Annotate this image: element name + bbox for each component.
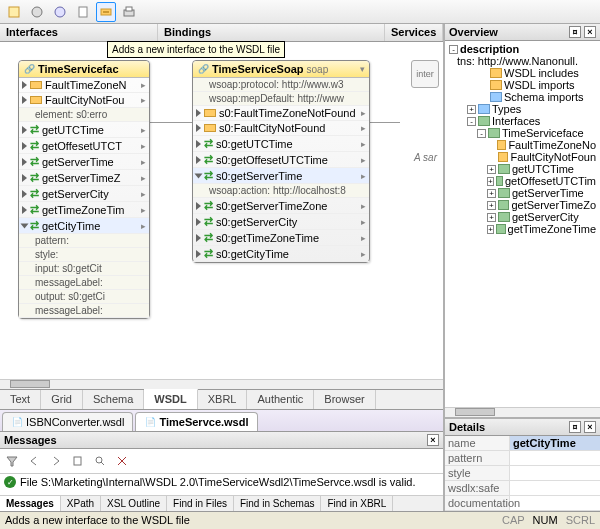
detail-row[interactable]: wsdlx:safe (445, 481, 600, 496)
chevron-icon[interactable]: ▸ (141, 125, 146, 135)
msgtab-4[interactable]: Find in Schemas (234, 496, 321, 511)
tree-item[interactable]: +getServerTimeZo (447, 199, 598, 211)
tb-btn-3[interactable] (50, 2, 70, 22)
expand-icon[interactable] (22, 126, 27, 134)
expand-icon[interactable]: - (467, 117, 476, 126)
expand-icon[interactable] (196, 218, 201, 226)
tree-item[interactable]: WSDL imports (447, 79, 598, 91)
tree-tns[interactable]: tns: http://www.Nanonull. (447, 55, 598, 67)
detail-row[interactable]: namegetCityTime (445, 436, 600, 451)
tb-btn-2[interactable] (27, 2, 47, 22)
expand-icon[interactable] (196, 202, 201, 210)
expand-icon[interactable] (22, 206, 27, 214)
details-grid[interactable]: namegetCityTimepatternstylewsdlx:safedoc… (445, 436, 600, 511)
binding-shape[interactable]: 🔗 TimeServiceSoap soap ▾ wsoap:protocol:… (192, 60, 370, 263)
interface-row[interactable]: ⇄ getServerCity ▸ (19, 186, 149, 202)
tree-item[interactable]: FaultCityNotFoun (447, 151, 598, 163)
viewtab-xbrl[interactable]: XBRL (198, 390, 248, 409)
close-icon[interactable]: × (427, 434, 439, 446)
expand-icon[interactable] (22, 81, 27, 89)
add-interface-button[interactable] (96, 2, 116, 22)
binding-row[interactable]: ⇄ s0:getServerTimeZone ▸ (193, 198, 369, 214)
binding-row[interactable]: s0:FaultTimeZoneNotFound ▸ (193, 106, 369, 121)
binding-row[interactable]: ⇄ s0:getUTCTime ▸ (193, 136, 369, 152)
viewtab-authentic[interactable]: Authentic (247, 390, 314, 409)
msgtab-1[interactable]: XPath (61, 496, 101, 511)
tree-item[interactable]: FaultTimeZoneNo (447, 139, 598, 151)
col-bindings[interactable]: Bindings (158, 24, 385, 41)
expand-icon[interactable] (196, 250, 201, 258)
msg-tb-6[interactable] (112, 451, 132, 471)
tree-item[interactable]: Schema imports (447, 91, 598, 103)
expand-icon[interactable] (196, 156, 201, 164)
detail-row[interactable]: pattern (445, 451, 600, 466)
viewtab-text[interactable]: Text (0, 390, 41, 409)
chevron-icon[interactable]: ▸ (141, 221, 146, 231)
viewtab-wsdl[interactable]: WSDL (144, 389, 197, 409)
viewtab-browser[interactable]: Browser (314, 390, 375, 409)
chevron-icon[interactable]: ▸ (141, 157, 146, 167)
chevron-icon[interactable]: ▸ (361, 249, 366, 259)
pin-icon[interactable]: ¤ (569, 421, 581, 433)
tree-root[interactable]: - description (447, 43, 598, 55)
detail-value[interactable] (510, 466, 600, 480)
msg-tb-2[interactable] (24, 451, 44, 471)
detail-value[interactable] (510, 496, 600, 510)
interface-shape[interactable]: 🔗 TimeServicefac FaultTimeZoneN ▸ FaultC… (18, 60, 150, 319)
expand-icon[interactable] (196, 109, 201, 117)
chevron-icon[interactable]: ▸ (361, 155, 366, 165)
overview-tree[interactable]: - description tns: http://www.Nanonull. … (445, 41, 600, 407)
h-scrollbar[interactable] (0, 379, 443, 389)
expand-icon[interactable] (22, 190, 27, 198)
binding-row[interactable]: ⇄ s0:getOffesetUTCTime ▸ (193, 152, 369, 168)
interface-row[interactable]: FaultCityNotFou ▸ (19, 93, 149, 108)
close-icon[interactable]: × (584, 26, 596, 38)
chevron-icon[interactable]: ▸ (141, 95, 146, 105)
expand-icon[interactable] (22, 158, 27, 166)
expand-icon[interactable] (22, 96, 27, 104)
expand-icon[interactable] (196, 124, 201, 132)
chevron-icon[interactable]: ▸ (361, 139, 366, 149)
collapse-icon[interactable]: - (449, 45, 458, 54)
binding-row[interactable]: ⇄ s0:getTimeZoneTime ▸ (193, 230, 369, 246)
interface-row[interactable]: ⇄ getServerTime ▸ (19, 154, 149, 170)
expand-icon[interactable] (22, 174, 27, 182)
binding-row[interactable]: ⇄ s0:getServerTime ▸ (193, 168, 369, 184)
binding-row[interactable]: ⇄ s0:getServerCity ▸ (193, 214, 369, 230)
shape-header[interactable]: 🔗 TimeServicefac (19, 61, 149, 78)
tree-item[interactable]: +getOffesetUTCTim (447, 175, 598, 187)
interface-row[interactable]: ⇄ getUTCTime ▸ (19, 122, 149, 138)
expand-icon[interactable]: - (477, 129, 486, 138)
chevron-icon[interactable]: ▸ (361, 171, 366, 181)
tree-item[interactable]: +getServerCity (447, 211, 598, 223)
chevron-icon[interactable]: ▸ (141, 205, 146, 215)
tree-item[interactable]: +getServerTime (447, 187, 598, 199)
tree-item[interactable]: +Types (447, 103, 598, 115)
msgtab-2[interactable]: XSL Outline (101, 496, 167, 511)
expand-icon[interactable]: + (487, 213, 496, 222)
chevron-icon[interactable]: ▸ (141, 141, 146, 151)
filetab[interactable]: 📄ISBNConverter.wsdl (2, 412, 133, 431)
tb-btn-6[interactable] (119, 2, 139, 22)
col-services[interactable]: Services (385, 24, 443, 41)
expand-icon[interactable] (22, 142, 27, 150)
viewtab-schema[interactable]: Schema (83, 390, 144, 409)
interface-row[interactable]: FaultTimeZoneN ▸ (19, 78, 149, 93)
filetab[interactable]: 📄TimeServce.wsdl (135, 412, 257, 431)
pin-icon[interactable]: ¤ (569, 26, 581, 38)
chevron-down-icon[interactable]: ▾ (360, 64, 365, 74)
tree-item[interactable]: +getTimeZoneTime (447, 223, 598, 235)
interface-row[interactable]: ⇄ getServerTimeZ ▸ (19, 170, 149, 186)
close-icon[interactable]: × (584, 421, 596, 433)
expand-icon[interactable]: + (487, 225, 494, 234)
interface-row[interactable]: ⇄ getOffesetUTCT ▸ (19, 138, 149, 154)
diagram-canvas[interactable]: 🔗 TimeServicefac FaultTimeZoneN ▸ FaultC… (0, 42, 443, 379)
overview-scroll[interactable] (445, 407, 600, 417)
msgtab-0[interactable]: Messages (0, 496, 61, 511)
tree-item[interactable]: -TimeServiceface (447, 127, 598, 139)
binding-row[interactable]: ⇄ s0:getCityTime ▸ (193, 246, 369, 262)
msg-tb-5[interactable] (90, 451, 110, 471)
expand-icon[interactable] (196, 234, 201, 242)
detail-row[interactable]: style (445, 466, 600, 481)
tree-item[interactable]: -Interfaces (447, 115, 598, 127)
